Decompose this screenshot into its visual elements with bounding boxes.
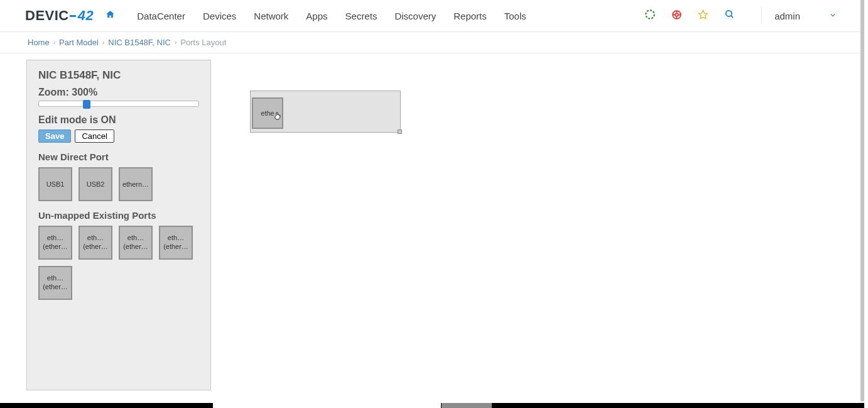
scrollbar-thumb[interactable] (860, 0, 864, 401)
page-scrollbar[interactable] (860, 0, 864, 408)
window-bottom-strip (0, 403, 864, 408)
nav-apps[interactable]: Apps (297, 0, 336, 32)
unmapped-port-tile[interactable]: eth…(ether… (119, 226, 153, 260)
breadcrumb-sep: › (175, 39, 176, 46)
bottom-strip-seg (213, 403, 441, 408)
port-tile-usb1[interactable]: USB1 (38, 167, 72, 201)
topbar-right: admin (637, 7, 853, 25)
nav-reports[interactable]: Reports (445, 0, 496, 32)
unmapped-ports-header: Un-mapped Existing Ports (38, 210, 203, 221)
user-menu[interactable]: admin (774, 11, 853, 21)
save-button[interactable]: Save (38, 130, 71, 143)
breadcrumb-nic[interactable]: NIC B1548F, NIC (108, 38, 171, 47)
support-icon[interactable] (670, 9, 683, 23)
logo-line-icon (70, 15, 76, 17)
user-name: admin (774, 11, 800, 21)
language-icon[interactable] (643, 9, 657, 23)
unmapped-port-palette: eth…(ether… eth…(ether… eth…(ether… eth…… (38, 226, 203, 300)
layout-canvas[interactable]: ethe (211, 60, 864, 390)
breadcrumb-sep: › (102, 39, 104, 46)
brand-logo[interactable]: DEVIC42 (25, 8, 94, 24)
svg-point-0 (646, 10, 654, 19)
logo-text-a: DEVIC (25, 8, 69, 23)
unmapped-port-tile[interactable]: eth…(ether… (159, 226, 193, 260)
unmapped-port-tile[interactable]: eth…(ether… (38, 226, 72, 260)
breadcrumb-part-model[interactable]: Part Model (59, 38, 99, 47)
new-direct-port-header: New Direct Port (38, 152, 203, 162)
port-label: eth…(ether… (43, 234, 68, 251)
nav-discovery[interactable]: Discovery (386, 0, 445, 32)
logo-text-b: 42 (78, 8, 94, 24)
port-tile-ethernet[interactable]: ethern… (119, 167, 153, 201)
unmapped-port-tile[interactable]: eth…(ether… (79, 226, 112, 260)
search-icon[interactable] (722, 9, 736, 23)
port-label: eth…(ether… (163, 234, 188, 251)
bottom-strip-seg2 (442, 403, 492, 408)
properties-panel: NIC B1548F, NIC Zoom: 300% Edit mode is … (26, 60, 211, 390)
nav-datacenter[interactable]: DataCenter (128, 0, 194, 32)
topbar-separator (761, 7, 762, 25)
favorites-icon[interactable] (696, 9, 710, 23)
top-navbar: DEVIC42 DataCenter Devices Network Apps … (0, 0, 864, 32)
nav-network[interactable]: Network (245, 0, 297, 32)
zoom-label: Zoom: 300% (38, 87, 203, 98)
device-outline[interactable]: ethe (250, 91, 401, 133)
resize-handle[interactable] (398, 130, 402, 134)
breadcrumb-home[interactable]: Home (28, 38, 50, 47)
breadcrumb-sep: › (53, 39, 55, 46)
cancel-button[interactable]: Cancel (75, 130, 114, 143)
direct-port-palette: USB1 USB2 ethern… (38, 167, 203, 201)
port-tile-usb2[interactable]: USB2 (79, 167, 112, 201)
main-content: NIC B1548F, NIC Zoom: 300% Edit mode is … (0, 53, 864, 390)
breadcrumb-current: Ports Layout (180, 38, 226, 47)
svg-point-2 (675, 13, 678, 16)
port-label: eth…(ether… (83, 234, 108, 251)
nav-tools[interactable]: Tools (496, 0, 535, 32)
breadcrumb: Home › Part Model › NIC B1548F, NIC › Po… (0, 32, 864, 53)
panel-title: NIC B1548F, NIC (38, 69, 203, 82)
unmapped-port-tile[interactable]: eth…(ether… (38, 266, 72, 300)
port-label: eth…(ether… (43, 274, 68, 292)
placed-port-label: ethe (261, 109, 274, 117)
port-label: eth…(ether… (123, 234, 148, 251)
edit-mode-label: Edit mode is ON (38, 114, 203, 126)
placed-port-ethernet[interactable]: ethe (252, 97, 283, 129)
zoom-slider[interactable] (38, 101, 199, 107)
home-icon[interactable] (105, 9, 116, 22)
nav-secrets[interactable]: Secrets (337, 0, 386, 32)
nav-devices[interactable]: Devices (194, 0, 245, 32)
zoom-slider-thumb[interactable] (83, 100, 90, 109)
chevron-down-icon (829, 11, 837, 20)
